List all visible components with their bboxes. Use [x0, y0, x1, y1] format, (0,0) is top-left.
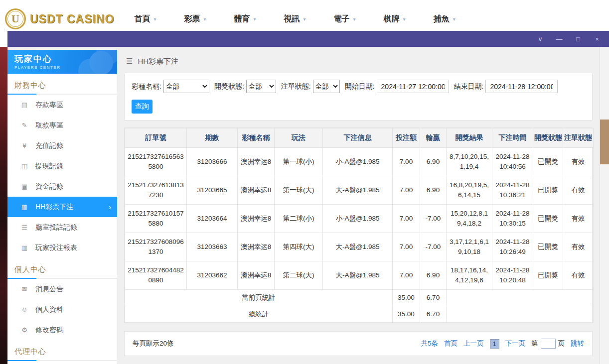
- prev-page-link[interactable]: 上一页: [463, 339, 484, 348]
- nav-item-lottery[interactable]: 彩票▾: [184, 14, 206, 24]
- sidebar-item-label: 存款專區: [35, 101, 63, 110]
- lottery-name-select[interactable]: 全部: [163, 80, 209, 93]
- sidebar-header: 玩家中心 PLAYERS CENTER: [7, 50, 117, 74]
- cell-win: -7.00: [420, 233, 447, 261]
- column-header-lottery: 彩種名稱: [238, 128, 275, 148]
- cell-play: 第一球(大): [275, 176, 323, 205]
- cell-order-status: 有效: [563, 233, 594, 261]
- cell-lottery: 澳洲幸运8: [238, 205, 275, 233]
- sidebar-item-label: 玩家投注報表: [35, 243, 77, 252]
- sidebar-item-label: 廳室投註記錄: [35, 223, 77, 232]
- search-button[interactable]: 查詢: [132, 100, 152, 114]
- cell-order-id: 2152173276080961370: [125, 233, 187, 261]
- nav-label: 電子: [334, 14, 350, 24]
- cell-order-id: 2152173276101575880: [125, 205, 187, 233]
- sidebar-item-withdraw-record[interactable]: ◫ 提現記錄: [7, 156, 117, 176]
- cell-bet-info: 大-A盤@1.985: [323, 176, 393, 205]
- chevron-down-icon: ▾: [254, 16, 256, 22]
- cell-result: 16,8,20,19,5,6,14,15: [447, 176, 492, 205]
- nav-label: 彩票: [184, 14, 200, 24]
- bets-table: 訂單號 期數 彩種名稱 玩法 下注信息 投注額 輸贏 開獎結果 下注時間 開獎狀…: [125, 128, 594, 323]
- sidebar-item-hh-lottery-bets[interactable]: ▦ HH彩票下注 ›: [7, 197, 117, 217]
- cell-amount: 7.00: [393, 205, 420, 233]
- jump-group: 第 页: [531, 339, 565, 349]
- first-page-link[interactable]: 首页: [444, 339, 457, 348]
- chevron-down-icon: ▾: [304, 16, 306, 22]
- summary-empty-cell: [447, 306, 594, 323]
- cell-order-id: 2152173276165635800: [125, 148, 187, 176]
- column-header-order-id: 訂單號: [125, 128, 187, 148]
- cell-lottery: 澳洲幸运8: [238, 148, 275, 176]
- column-header-win: 輸贏: [420, 128, 447, 148]
- sidebar-item-notices[interactable]: ✉ 消息公告: [7, 279, 117, 299]
- chevron-down-icon: ▾: [203, 16, 206, 22]
- cell-win: 6.90: [420, 176, 447, 205]
- draw-status-select[interactable]: 全部: [246, 80, 276, 93]
- current-page-indicator[interactable]: 1: [490, 339, 499, 349]
- hamburger-icon[interactable]: ☰: [126, 57, 133, 66]
- cell-win: 6.90: [420, 261, 447, 290]
- sidebar-item-deposit[interactable]: ▤ 存款專區: [7, 95, 117, 115]
- summary-empty-cell: [447, 290, 594, 306]
- withdraw-icon: ✎: [20, 121, 28, 129]
- site-topbar: U USDT CASINO 首頁▾ 彩票▾ 體育▾ 視訊▾ 電子▾ 棋牌▾ 捕魚…: [0, 0, 609, 31]
- cell-amount: 7.00: [393, 233, 420, 261]
- nav-item-slots[interactable]: 電子▾: [334, 14, 356, 24]
- cell-result: 3,17,12,1,6,19,10,18: [447, 233, 492, 261]
- summary-row-current-page: 當前頁統計 35.00 6.70: [125, 290, 594, 306]
- pager: 共5条 首页 上一页 1 下一页 第 页 跳转: [421, 339, 584, 349]
- nav-item-cards[interactable]: 棋牌▾: [384, 14, 406, 24]
- table-row: 2152173276138137230 31203665 澳洲幸运8 第一球(大…: [125, 176, 594, 205]
- jump-button[interactable]: 跳转: [571, 339, 584, 348]
- sidebar-item-change-password[interactable]: ⚙ 修改密碼: [7, 320, 117, 340]
- minimize-icon[interactable]: —: [555, 36, 563, 42]
- filter-start-date: 開始日期:: [345, 80, 449, 93]
- jump-suffix-text: 页: [558, 339, 565, 348]
- end-date-input[interactable]: [485, 80, 558, 93]
- cell-bet-info: 大-A盤@1.985: [323, 233, 393, 261]
- dropdown-icon[interactable]: ∨: [536, 36, 544, 42]
- sidebar-item-recharge-record[interactable]: ¥ 充值記錄: [7, 135, 117, 156]
- sidebar-item-player-bet-report[interactable]: ▥ 玩家投注報表: [7, 238, 117, 258]
- jump-page-input[interactable]: [541, 339, 556, 349]
- cell-play: 第一球(小): [275, 148, 323, 176]
- nav-item-fishing[interactable]: 捕魚▾: [434, 14, 456, 24]
- gear-icon: ⚙: [20, 326, 28, 334]
- list-icon: ☰: [20, 224, 28, 231]
- sidebar-item-hall-bet-records[interactable]: ☰ 廳室投註記錄: [7, 217, 117, 238]
- nav-item-sports[interactable]: 體育▾: [234, 14, 256, 24]
- deposit-icon: ▤: [20, 101, 28, 109]
- sidebar-item-funds-record[interactable]: ▣ 資金記錄: [7, 176, 117, 197]
- maximize-icon[interactable]: □: [574, 36, 582, 42]
- cell-time: 2024-11-28 10:20:48: [492, 261, 533, 290]
- summary-amount: 35.00: [393, 306, 420, 323]
- arrow-right-icon: ›: [109, 203, 111, 211]
- start-date-input[interactable]: [377, 80, 449, 93]
- section-title-finance: 財務中心: [7, 74, 117, 94]
- summary-amount: 35.00: [393, 290, 420, 306]
- nav-label: 體育: [234, 14, 250, 24]
- cell-amount: 7.00: [393, 176, 420, 205]
- cell-period: 31203664: [187, 205, 238, 233]
- sidebar-item-withdraw[interactable]: ✎ 取款專區: [7, 115, 117, 135]
- section-title-personal: 個人中心: [7, 258, 117, 278]
- total-count-text: 共5条: [421, 339, 438, 348]
- cell-order-id: 2152173276138137230: [125, 176, 187, 205]
- page-title: HH彩票下注: [138, 57, 178, 66]
- sidebar-item-profile[interactable]: ☺ 個人資料: [7, 299, 117, 320]
- cell-draw-status: 已開獎: [533, 205, 563, 233]
- player-center-window: ∨ — □ × 玩家中心 PLAYERS CENTER 財務中心 ▤ 存款專區 …: [7, 31, 609, 364]
- close-icon[interactable]: ×: [593, 36, 601, 42]
- cell-period: 31203662: [187, 261, 238, 290]
- nav-item-home[interactable]: 首頁▾: [134, 14, 156, 24]
- order-status-label: 注單狀態:: [281, 82, 311, 91]
- background-page-strip: [600, 47, 609, 364]
- cell-bet-info: 小-A盤@1.985: [323, 205, 393, 233]
- filter-draw-status: 開獎狀態: 全部: [214, 80, 276, 93]
- next-page-link[interactable]: 下一页: [505, 339, 526, 348]
- nav-item-video[interactable]: 視訊▾: [284, 14, 306, 24]
- site-logo[interactable]: U USDT CASINO: [5, 8, 114, 29]
- order-status-select[interactable]: 全部: [313, 80, 340, 93]
- table-row: 2152173276101575880 31203664 澳洲幸运8 第二球(小…: [125, 205, 594, 233]
- chevron-down-icon: ▾: [403, 16, 406, 22]
